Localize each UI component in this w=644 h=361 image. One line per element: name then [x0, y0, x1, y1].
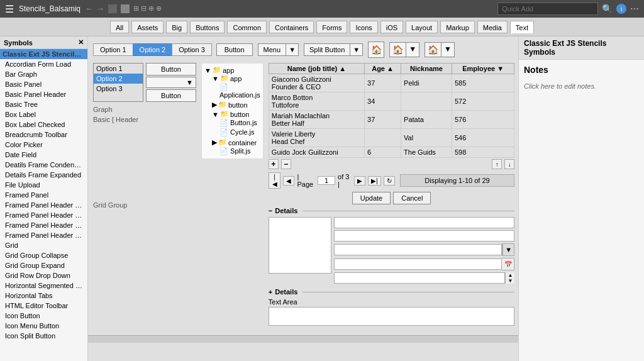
sidebar-item-grid[interactable]: Grid [0, 240, 87, 250]
details-minus-icon[interactable]: − [269, 207, 272, 214]
sidebar-item-grid-group-collapse[interactable]: Grid Group Collapse [0, 250, 87, 260]
form-input4[interactable] [334, 258, 502, 270]
toolbar-assets[interactable]: Assets [131, 21, 164, 33]
table-row[interactable]: Giacomo GuilizzoniFounder & CEO 37 Peldi… [269, 74, 514, 92]
home-icon[interactable]: 🏠 [389, 42, 406, 57]
table-row[interactable]: Guido Jock Guilizzoni 6 The Guids 598 [269, 147, 514, 158]
page-input[interactable] [318, 176, 335, 185]
toolbar-markup[interactable]: Markup [440, 21, 475, 33]
sidebar-item-bar-graph[interactable]: Bar Graph [0, 69, 87, 79]
update-btn[interactable]: Update [352, 192, 391, 204]
sidebar-item-breadcrumb-toolbar[interactable]: Breadcrumb Toolbar [0, 130, 87, 140]
refresh-btn[interactable]: ↻ [384, 176, 395, 186]
toolbar-layout[interactable]: Layout [406, 21, 438, 33]
form-textarea[interactable] [269, 217, 331, 274]
button-col2[interactable]: Button [146, 89, 196, 102]
tab-option3[interactable]: Option 3 [172, 43, 212, 56]
menu-main[interactable]: Menu [258, 43, 287, 56]
toolbar-forms[interactable]: Forms [316, 21, 347, 33]
search-icon[interactable]: 🔍 [602, 4, 613, 14]
tree-item-cyclejs[interactable]: 📄 Cycle.js [219, 128, 260, 137]
toolbar-text[interactable]: Text [510, 21, 534, 33]
form-input2[interactable] [334, 230, 515, 242]
button-main[interactable]: Button [216, 43, 253, 56]
toolbar-buttons[interactable]: Buttons [190, 21, 225, 33]
table-row[interactable]: Marco BottonTuttofore 34 572 [269, 92, 514, 111]
sidebar-item-horiz-segmented[interactable]: Horizontal Segmented But [0, 280, 87, 291]
sidebar-item-framed-header-top[interactable]: Framed Panel Header Top [0, 230, 87, 240]
menu-arrow[interactable]: ▼ [286, 43, 299, 56]
sidebar-item-grid-group-expand[interactable]: Grid Group Expand [0, 260, 87, 270]
toolbar-big[interactable]: Big [166, 21, 187, 33]
move-down-btn[interactable]: ↓ [504, 159, 514, 169]
tree-item-appjs[interactable]: 📄 Application.js [219, 82, 260, 99]
last-page-btn[interactable]: ▶| [368, 176, 381, 186]
sidebar-item-horiz-tabs[interactable]: Horizontal Tabs [0, 291, 87, 301]
listbox-option2[interactable]: Option 2 [94, 74, 143, 84]
sidebar-item-framed-header-left[interactable]: Framed Panel Header Left [0, 210, 87, 220]
form-input5[interactable] [334, 272, 506, 284]
toolbar-all[interactable]: All [110, 21, 129, 33]
more-icon[interactable]: ⋯ [630, 4, 639, 14]
sidebar-item-details-expanded[interactable]: Details Frame Expanded [0, 170, 87, 180]
select-arrow-btn[interactable]: ▼ [502, 244, 514, 255]
tree-item-container[interactable]: ▶ 📁 container [212, 138, 260, 147]
home-split-arrow2[interactable]: ▼ [441, 42, 455, 57]
sidebar-item-grid-row-dropdown[interactable]: Grid Row Drop Down [0, 270, 87, 280]
main-textarea[interactable] [269, 307, 515, 326]
sidebar-item-framed-panel[interactable]: Framed Panel [0, 190, 87, 200]
form-input1[interactable] [334, 217, 515, 228]
sidebar-item-box-label-checked[interactable]: Box Label Checked [0, 119, 87, 130]
sidebar-item-details-condensed[interactable]: Deatils Frame Condensed [0, 160, 87, 170]
sidebar-item-framed-header-bott[interactable]: Framed Panel Header Bott [0, 200, 87, 210]
notes-content[interactable]: Click here to edit notes. [519, 80, 644, 92]
toolbar-ios[interactable]: iOS [380, 21, 403, 33]
remove-row-btn[interactable]: − [281, 159, 291, 169]
sidebar-item-icon-split-button[interactable]: Icon Split Button [0, 331, 87, 341]
toolbar-common[interactable]: Common [227, 21, 267, 33]
toolbar-icons[interactable]: Icons [350, 21, 377, 33]
move-up-btn[interactable]: ↑ [492, 159, 502, 169]
sidebar-item-file-upload[interactable]: File Upload [0, 180, 87, 190]
back-icon[interactable]: ← [86, 4, 93, 13]
add-row-btn[interactable]: + [269, 159, 279, 169]
forward-icon[interactable]: → [97, 4, 104, 13]
listbox-option1[interactable]: Option 1 [94, 64, 143, 74]
listbox-option3[interactable]: Option 3 [94, 84, 143, 94]
horizontal-scrollbar[interactable] [88, 335, 518, 343]
quick-add-input[interactable] [497, 3, 598, 15]
toolbar-media[interactable]: Media [477, 21, 508, 33]
next-page-btn[interactable]: ▶ [354, 176, 365, 186]
hamburger-icon[interactable]: ☰ [5, 3, 14, 15]
calendar-icon[interactable]: 📅 [502, 258, 514, 270]
home-split-arrow[interactable]: ▼ [406, 42, 419, 57]
details-plus-icon[interactable]: + [269, 288, 272, 296]
sidebar-item-icon-button[interactable]: Icon Button [0, 311, 87, 321]
spinner-down[interactable]: ▼ [506, 278, 514, 284]
cancel-btn[interactable]: Cancel [393, 192, 431, 204]
form-input3[interactable] [334, 244, 502, 255]
sidebar-item-html-editor[interactable]: HTML Editor Toolbar [0, 301, 87, 311]
tree-item-app2[interactable]: ▼ 📁 app [212, 74, 260, 82]
home-icon2[interactable]: 🏠 [425, 42, 441, 57]
sidebar-item-framed-header-righ[interactable]: Framed Panel Header Righ [0, 220, 87, 230]
first-page-btn[interactable]: |◀ [269, 172, 281, 189]
table-row[interactable]: Mariah MaclachlanBetter Half 37 Patata 5… [269, 111, 514, 129]
tab-option2[interactable]: Option 2 [133, 43, 173, 56]
prev-page-btn[interactable]: ◀ [283, 176, 294, 186]
sidebar-item-basic-tree[interactable]: Basic Tree [0, 99, 87, 109]
tree-item-button2[interactable]: ▼ 📁 button [212, 110, 260, 118]
tree-item-buttonjs[interactable]: 📄 Button.js [219, 118, 260, 128]
sidebar-item-icon-menu-button[interactable]: Icon Menu Button [0, 321, 87, 331]
sidebar-item-color-picker[interactable]: Color Picker [0, 140, 87, 150]
spinner-up[interactable]: ▲ [506, 272, 514, 278]
view-icon2[interactable] [121, 4, 130, 13]
sidebar-item-category[interactable]: Classic Ext JS Stencils Symb... [0, 49, 87, 59]
sidebar-item-basic-panel[interactable]: Basic Panel [0, 79, 87, 89]
sidebar-item-basic-panel-header[interactable]: Basic Panel Header [0, 89, 87, 99]
button-col1[interactable]: Button [146, 63, 196, 75]
tree-item-app-root[interactable]: ▼ 📁 app [204, 66, 260, 74]
sidebar-item-date-field[interactable]: Date Field [0, 150, 87, 160]
tab-option1[interactable]: Option 1 [93, 43, 133, 56]
sidebar-close-icon[interactable]: ✕ [78, 38, 84, 47]
